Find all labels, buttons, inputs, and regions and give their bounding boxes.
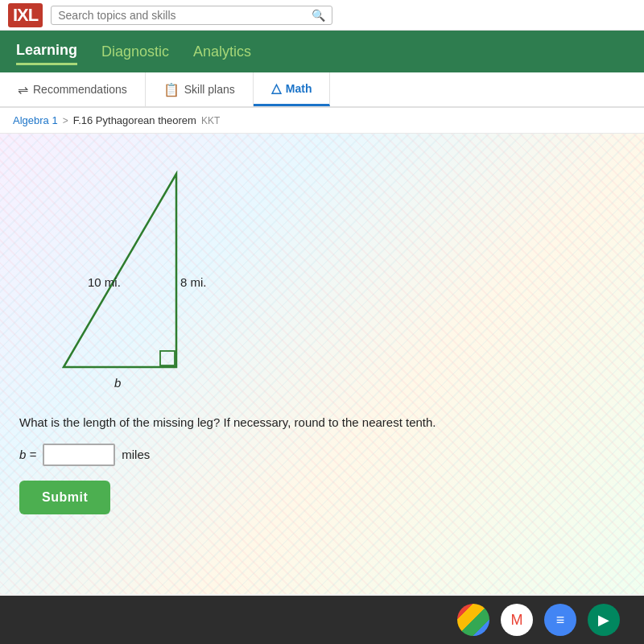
skill-plans-icon: 📋 [163,82,180,97]
recommendations-icon: ⇌ [18,82,28,97]
question-text: What is the length of the missing leg? I… [19,414,625,432]
breadcrumb: Algebra 1 > F.16 Pythagorean theorem KKT [0,108,644,134]
unit-label: miles [122,448,150,461]
search-input[interactable] [58,9,307,22]
tab-recommendations[interactable]: ⇌ Recommendations [0,72,146,106]
svg-text:8 mi.: 8 mi. [180,275,207,289]
triangle-svg: 10 mi. 8 mi. b [19,150,245,399]
breadcrumb-parent[interactable]: Algebra 1 [13,114,58,126]
problem-container: 10 mi. 8 mi. b What is the length of the… [0,134,644,530]
nav-bar: Learning Diagnostic Analytics [0,31,644,72]
taskbar: M ≡ ▶ [0,596,644,644]
tab-math-label: Math [286,82,312,95]
submit-button[interactable]: Submit [19,481,110,514]
nav-learning[interactable]: Learning [16,38,77,65]
answer-row: b = miles [19,444,625,466]
play-store-icon[interactable]: ▶ [588,604,620,636]
search-icon: 🔍 [312,9,325,22]
tab-math[interactable]: △ Math [254,72,331,106]
triangle-diagram: 10 mi. 8 mi. b [19,150,625,399]
top-bar: IXL 🔍 [0,0,644,31]
svg-text:10 mi.: 10 mi. [88,275,121,289]
breadcrumb-separator: > [63,115,68,126]
tab-skill-plans[interactable]: 📋 Skill plans [146,72,254,106]
tab-skill-plans-label: Skill plans [184,83,235,96]
nav-diagnostic[interactable]: Diagnostic [101,39,169,64]
svg-rect-1 [160,351,175,365]
chrome-icon[interactable] [457,604,489,636]
tab-recommendations-label: Recommendations [33,83,127,96]
breadcrumb-code: KKT [201,115,220,126]
gmail-icon[interactable]: M [501,604,533,636]
docs-icon[interactable]: ≡ [544,604,576,636]
math-icon: △ [271,80,281,96]
breadcrumb-current: F.16 Pythagorean theorem [73,114,196,126]
nav-analytics[interactable]: Analytics [193,39,251,64]
svg-marker-0 [64,174,176,367]
search-bar[interactable]: 🔍 [51,6,332,25]
main-content: 10 mi. 8 mi. b What is the length of the… [0,134,644,594]
tabs-bar: ⇌ Recommendations 📋 Skill plans △ Math [0,72,644,108]
svg-text:b: b [114,376,121,390]
b-equals-label: b = [19,448,36,461]
answer-input[interactable] [43,444,115,466]
ixl-logo[interactable]: IXL [8,3,43,27]
